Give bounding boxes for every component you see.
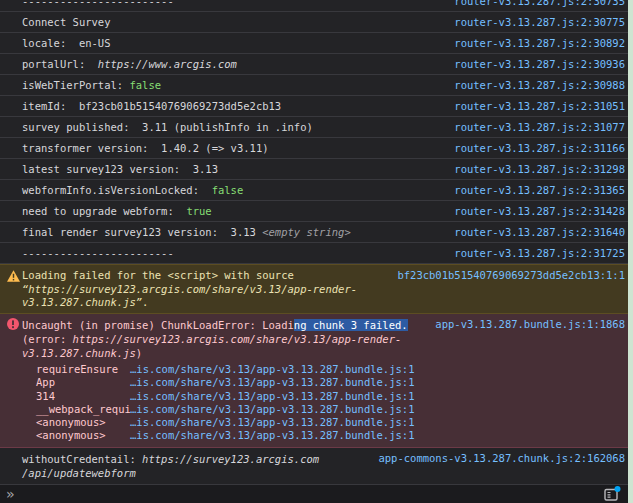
stack-frame-row: 314…is.com/share/v3.13/app-v3.13.287.bun…	[22, 390, 625, 403]
log-text-segment: locale: en-US	[22, 37, 111, 49]
log-message: latest survey123 version: 3.13	[22, 163, 218, 175]
log-text-segment: <empty string>	[262, 226, 351, 238]
log-text-segment: false	[129, 79, 161, 91]
log-row: ------------------------router-v3.13.287…	[0, 243, 633, 264]
message-line: “https://survey123.arcgis.com/share/v3.1…	[22, 283, 625, 297]
source-link[interactable]: router-v3.13.287.js:2:30988	[454, 79, 625, 91]
stack-source-link[interactable]: …is.com/share/v3.13/app-v3.13.287.bundle…	[130, 363, 414, 376]
log-message: itemId: bf23cb01b51540769069273dd5e2cb13	[22, 100, 281, 112]
stack-frame-row: __webpack_require__…is.com/share/v3.13/a…	[22, 403, 625, 416]
source-link[interactable]: router-v3.13.287.js:2:31077	[454, 121, 625, 133]
message-line: v3.13.287.chunk.js)	[22, 346, 625, 360]
source-link[interactable]: router-v3.13.287.js:2:31166	[454, 142, 625, 154]
log-text-segment: false	[212, 184, 244, 196]
stack-source-link[interactable]: …is.com/share/v3.13/app-v3.13.287.bundle…	[130, 429, 414, 442]
log-text-segment: ------------------------	[22, 247, 174, 259]
source-link[interactable]: router-v3.13.287.js:2:31298	[454, 163, 625, 175]
source-link[interactable]: router-v3.13.287.js:2:30735	[454, 0, 625, 7]
log-message: transformer version: 1.40.2 (=> v3.11)	[22, 142, 269, 154]
log-row: transformer version: 1.40.2 (=> v3.11)ro…	[0, 138, 633, 159]
log-text-segment: isWebTierPortal:	[22, 79, 129, 91]
log-text-segment: true	[186, 205, 211, 217]
log-text-segment: .	[142, 296, 148, 308]
log-text-segment: ng chunk 3 failed.	[294, 319, 408, 331]
log-row: need to upgrade webform: truerouter-v3.1…	[0, 201, 633, 222]
stack-function-name: App	[22, 376, 130, 389]
log-row: locale: en-USrouter-v3.13.287.js:2:30892	[0, 33, 633, 54]
log-row: webformInfo.isVersionLocked: falserouter…	[0, 180, 633, 201]
error-source-link[interactable]: app-v3.13.287.bundle.js:1:1868	[435, 318, 625, 330]
source-link[interactable]: router-v3.13.287.js:2:31428	[454, 205, 625, 217]
log-row: Connect Surveyrouter-v3.13.287.js:2:3077…	[0, 12, 633, 33]
source-link[interactable]: router-v3.13.287.js:2:30936	[454, 58, 625, 70]
stack-source-link[interactable]: …is.com/share/v3.13/app-v3.13.287.bundle…	[130, 390, 414, 403]
stack-frame-row: <anonymous>…is.com/share/v3.13/app-v3.13…	[22, 429, 625, 442]
log-message: need to upgrade webform: true	[22, 205, 212, 217]
error-circle-icon	[7, 318, 19, 332]
console-input-bar: »	[0, 485, 633, 503]
log-message: Connect Survey	[22, 16, 111, 28]
log-text-segment: ------------------------	[22, 0, 174, 7]
log-text-segment: survey published: 3.11 (publishInfo in .…	[22, 121, 313, 133]
log-text-segment: v3.13.287.chunk.js”	[22, 296, 142, 308]
log-text-segment: portalUrl:	[22, 58, 98, 70]
console-log-row-withoutcredentail: withoutCredentail: https://survey123.arc…	[0, 448, 633, 485]
message-line: v3.13.287.chunk.js”.	[22, 296, 625, 310]
log-text-segment: Connect Survey	[22, 16, 111, 28]
devtools-console-panel: ------------------------router-v3.13.287…	[0, 0, 633, 503]
stack-function-name: requireEnsure	[22, 363, 130, 376]
log-row: isWebTierPortal: falserouter-v3.13.287.j…	[0, 75, 633, 96]
stack-frame-row: <anonymous>…is.com/share/v3.13/app-v3.13…	[22, 416, 625, 429]
message-line: /api/updatewebform	[22, 466, 625, 480]
warning-triangle-icon	[7, 270, 20, 284]
console-input[interactable]	[13, 485, 633, 503]
log-message: webformInfo.isVersionLocked: false	[22, 184, 243, 196]
log-text-segment: https://survey123.arcgis.com	[142, 453, 319, 465]
message-line: (error: https://survey123.arcgis.com/sha…	[22, 332, 625, 346]
log-row: survey published: 3.11 (publishInfo in .…	[0, 117, 633, 138]
log-text-segment: https://www.arcgis.com	[98, 58, 237, 70]
log-text-segment: “https://survey123.arcgis.com/share/v3.1…	[22, 283, 357, 295]
right-edge-strip	[628, 0, 633, 503]
log-text-segment: v3.13.287.chunk.js	[22, 347, 136, 359]
log-row: itemId: bf23cb01b51540769069273dd5e2cb13…	[0, 96, 633, 117]
console-prompt-chevron-icon: »	[0, 487, 13, 501]
source-link[interactable]: router-v3.13.287.js:2:31725	[454, 247, 625, 259]
stack-function-name: __webpack_require__	[22, 403, 130, 416]
log-row: portalUrl: https://www.arcgis.comrouter-…	[0, 54, 633, 75]
stack-frame-row: App…is.com/share/v3.13/app-v3.13.287.bun…	[22, 376, 625, 389]
log-message: locale: en-US	[22, 37, 111, 49]
source-link[interactable]: router-v3.13.287.js:2:31365	[454, 184, 625, 196]
log-text-segment: webformInfo.isVersionLocked:	[22, 184, 212, 196]
console-log-list: ------------------------router-v3.13.287…	[0, 0, 633, 264]
stack-frame-row: requireEnsure…is.com/share/v3.13/app-v3.…	[22, 363, 625, 376]
footer-source-link[interactable]: app-commons-v3.13.287.chunk.js:2:162068	[378, 452, 625, 464]
source-link[interactable]: router-v3.13.287.js:2:31051	[454, 100, 625, 112]
stack-source-link[interactable]: …is.com/share/v3.13/app-v3.13.287.bundle…	[130, 416, 414, 429]
log-text-segment: transformer version: 1.40.2 (=> v3.11)	[22, 142, 269, 154]
stack-function-name: <anonymous>	[22, 429, 130, 442]
log-row: final render survey123 version: 3.13 <em…	[0, 222, 633, 243]
stack-source-link[interactable]: …is.com/share/v3.13/app-v3.13.287.bundle…	[130, 403, 414, 416]
log-text-segment: itemId: bf23cb01b51540769069273dd5e2cb13	[22, 100, 281, 112]
log-message: survey published: 3.11 (publishInfo in .…	[22, 121, 313, 133]
source-link[interactable]: router-v3.13.287.js:2:31640	[454, 226, 625, 238]
log-row: ------------------------router-v3.13.287…	[0, 0, 633, 12]
log-text-segment: )	[136, 347, 142, 359]
log-text-segment: withoutCredentail:	[22, 453, 142, 465]
log-message: isWebTierPortal: false	[22, 79, 161, 91]
editor-mode-icon[interactable]	[603, 486, 621, 503]
log-message: final render survey123 version: 3.13 <em…	[22, 226, 351, 238]
source-link[interactable]: router-v3.13.287.js:2:30892	[454, 37, 625, 49]
source-link[interactable]: router-v3.13.287.js:2:30775	[454, 16, 625, 28]
log-message: ------------------------	[22, 0, 174, 7]
log-text-segment: (error:	[22, 333, 73, 345]
log-text-segment: https://survey123.arcgis.com/share/v3.13…	[73, 333, 402, 345]
log-text-segment: latest survey123 version: 3.13	[22, 163, 218, 175]
warning-source-link[interactable]: bf23cb01b51540769069273dd5e2cb13:1:1	[397, 269, 625, 281]
log-text-segment: /api/updatewebform	[22, 467, 136, 479]
log-text-segment: Uncaught (in promise) ChunkLoadError: Lo…	[22, 319, 294, 331]
stack-source-link[interactable]: …is.com/share/v3.13/app-v3.13.287.bundle…	[130, 376, 414, 389]
console-error-row: Uncaught (in promise) ChunkLoadError: Lo…	[0, 314, 633, 448]
log-message: portalUrl: https://www.arcgis.com	[22, 58, 237, 70]
